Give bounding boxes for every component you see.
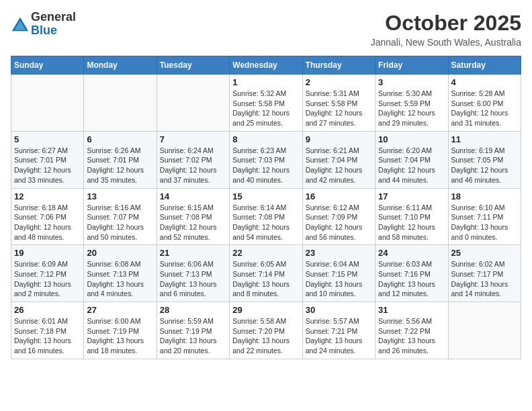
- day-number: 5: [14, 134, 81, 144]
- calendar-cell: 28Sunrise: 5:59 AM Sunset: 7:19 PM Dayli…: [157, 302, 229, 359]
- day-info: Sunrise: 5:30 AM Sunset: 5:59 PM Dayligh…: [378, 89, 445, 128]
- day-info: Sunrise: 6:02 AM Sunset: 7:17 PM Dayligh…: [451, 259, 518, 299]
- calendar-cell: 21Sunrise: 6:06 AM Sunset: 7:13 PM Dayli…: [157, 245, 229, 302]
- day-info: Sunrise: 6:06 AM Sunset: 7:13 PM Dayligh…: [160, 259, 226, 299]
- page-header: General Blue October 2025 Jannali, New S…: [11, 11, 521, 48]
- calendar-cell: 30Sunrise: 5:57 AM Sunset: 7:21 PM Dayli…: [302, 302, 375, 359]
- day-info: Sunrise: 6:00 AM Sunset: 7:19 PM Dayligh…: [87, 316, 153, 356]
- calendar-cell: 2Sunrise: 5:31 AM Sunset: 5:58 PM Daylig…: [302, 75, 375, 132]
- day-info: Sunrise: 6:16 AM Sunset: 7:07 PM Dayligh…: [87, 203, 153, 242]
- day-number: 1: [232, 77, 299, 87]
- calendar-cell: 29Sunrise: 5:58 AM Sunset: 7:20 PM Dayli…: [230, 302, 302, 359]
- day-number: 16: [306, 191, 372, 201]
- calendar-cell: 27Sunrise: 6:00 AM Sunset: 7:19 PM Dayli…: [84, 302, 157, 359]
- calendar-week-5: 26Sunrise: 6:01 AM Sunset: 7:18 PM Dayli…: [11, 302, 521, 359]
- day-header-friday: Friday: [375, 56, 448, 75]
- day-info: Sunrise: 6:27 AM Sunset: 7:01 PM Dayligh…: [14, 146, 81, 185]
- day-number: 28: [160, 305, 226, 315]
- day-number: 2: [306, 77, 372, 87]
- day-number: 7: [160, 134, 226, 144]
- day-info: Sunrise: 6:23 AM Sunset: 7:03 PM Dayligh…: [232, 146, 299, 185]
- calendar-week-1: 1Sunrise: 5:32 AM Sunset: 5:58 PM Daylig…: [11, 75, 521, 132]
- day-info: Sunrise: 6:14 AM Sunset: 7:08 PM Dayligh…: [232, 203, 299, 242]
- day-header-saturday: Saturday: [448, 56, 521, 75]
- calendar-week-4: 19Sunrise: 6:09 AM Sunset: 7:12 PM Dayli…: [11, 245, 521, 302]
- day-info: Sunrise: 6:15 AM Sunset: 7:08 PM Dayligh…: [160, 203, 226, 242]
- day-info: Sunrise: 6:10 AM Sunset: 7:11 PM Dayligh…: [451, 203, 518, 242]
- location: Jannali, New South Wales, Australia: [371, 37, 521, 48]
- calendar-cell: 14Sunrise: 6:15 AM Sunset: 7:08 PM Dayli…: [157, 188, 229, 245]
- calendar-cell: 26Sunrise: 6:01 AM Sunset: 7:18 PM Dayli…: [11, 302, 84, 359]
- calendar-cell: 31Sunrise: 5:56 AM Sunset: 7:22 PM Dayli…: [375, 302, 448, 359]
- title-block: October 2025 Jannali, New South Wales, A…: [371, 11, 521, 48]
- day-header-thursday: Thursday: [302, 56, 375, 75]
- day-number: 19: [14, 248, 81, 258]
- calendar-cell: 10Sunrise: 6:20 AM Sunset: 7:04 PM Dayli…: [375, 131, 448, 188]
- day-header-sunday: Sunday: [11, 56, 84, 75]
- day-info: Sunrise: 6:11 AM Sunset: 7:10 PM Dayligh…: [378, 203, 445, 242]
- day-number: 20: [87, 248, 153, 258]
- day-info: Sunrise: 5:56 AM Sunset: 7:22 PM Dayligh…: [378, 316, 445, 356]
- day-info: Sunrise: 6:03 AM Sunset: 7:16 PM Dayligh…: [378, 259, 445, 299]
- calendar-cell: 12Sunrise: 6:18 AM Sunset: 7:06 PM Dayli…: [11, 188, 84, 245]
- calendar-cell: 16Sunrise: 6:12 AM Sunset: 7:09 PM Dayli…: [302, 188, 375, 245]
- day-number: 3: [378, 77, 445, 87]
- calendar-cell: 17Sunrise: 6:11 AM Sunset: 7:10 PM Dayli…: [375, 188, 448, 245]
- calendar-cell: 25Sunrise: 6:02 AM Sunset: 7:17 PM Dayli…: [448, 245, 521, 302]
- day-number: 11: [451, 134, 518, 144]
- calendar-cell: 13Sunrise: 6:16 AM Sunset: 7:07 PM Dayli…: [84, 188, 157, 245]
- day-number: 24: [378, 248, 445, 258]
- calendar-table: SundayMondayTuesdayWednesdayThursdayFrid…: [11, 56, 521, 359]
- calendar-cell: 20Sunrise: 6:08 AM Sunset: 7:13 PM Dayli…: [84, 245, 157, 302]
- day-number: 12: [14, 191, 81, 201]
- day-info: Sunrise: 5:57 AM Sunset: 7:21 PM Dayligh…: [306, 316, 372, 356]
- day-number: 18: [451, 191, 518, 201]
- day-number: 29: [232, 305, 299, 315]
- calendar-cell: 7Sunrise: 6:24 AM Sunset: 7:02 PM Daylig…: [157, 131, 229, 188]
- day-number: 14: [160, 191, 226, 201]
- day-info: Sunrise: 6:19 AM Sunset: 7:05 PM Dayligh…: [451, 146, 518, 185]
- logo-text: General Blue: [31, 11, 76, 38]
- day-info: Sunrise: 6:05 AM Sunset: 7:14 PM Dayligh…: [232, 259, 299, 299]
- day-number: 25: [451, 248, 518, 258]
- day-info: Sunrise: 6:21 AM Sunset: 7:04 PM Dayligh…: [306, 146, 372, 185]
- day-number: 8: [232, 134, 299, 144]
- calendar-cell: [448, 302, 521, 359]
- day-info: Sunrise: 6:18 AM Sunset: 7:06 PM Dayligh…: [14, 203, 81, 242]
- calendar-cell: [157, 75, 229, 132]
- logo: General Blue: [11, 11, 76, 38]
- day-number: 10: [378, 134, 445, 144]
- calendar-cell: 18Sunrise: 6:10 AM Sunset: 7:11 PM Dayli…: [448, 188, 521, 245]
- calendar-cell: [11, 75, 84, 132]
- day-number: 27: [87, 305, 153, 315]
- day-number: 22: [232, 248, 299, 258]
- calendar-cell: 15Sunrise: 6:14 AM Sunset: 7:08 PM Dayli…: [230, 188, 302, 245]
- calendar-cell: 4Sunrise: 5:28 AM Sunset: 6:00 PM Daylig…: [448, 75, 521, 132]
- day-number: 17: [378, 191, 445, 201]
- day-number: 6: [87, 134, 153, 144]
- day-info: Sunrise: 6:01 AM Sunset: 7:18 PM Dayligh…: [14, 316, 81, 356]
- day-info: Sunrise: 6:09 AM Sunset: 7:12 PM Dayligh…: [14, 259, 81, 299]
- day-info: Sunrise: 5:58 AM Sunset: 7:20 PM Dayligh…: [232, 316, 299, 356]
- day-number: 30: [306, 305, 372, 315]
- calendar-week-2: 5Sunrise: 6:27 AM Sunset: 7:01 PM Daylig…: [11, 131, 521, 188]
- day-info: Sunrise: 6:26 AM Sunset: 7:01 PM Dayligh…: [87, 146, 153, 185]
- calendar-cell: 9Sunrise: 6:21 AM Sunset: 7:04 PM Daylig…: [302, 131, 375, 188]
- day-info: Sunrise: 6:20 AM Sunset: 7:04 PM Dayligh…: [378, 146, 445, 185]
- day-number: 23: [306, 248, 372, 258]
- day-number: 13: [87, 191, 153, 201]
- day-header-tuesday: Tuesday: [157, 56, 229, 75]
- day-header-wednesday: Wednesday: [230, 56, 302, 75]
- day-number: 31: [378, 305, 445, 315]
- calendar-cell: 23Sunrise: 6:04 AM Sunset: 7:15 PM Dayli…: [302, 245, 375, 302]
- logo-icon: [11, 15, 30, 34]
- day-info: Sunrise: 6:24 AM Sunset: 7:02 PM Dayligh…: [160, 146, 226, 185]
- calendar-cell: 19Sunrise: 6:09 AM Sunset: 7:12 PM Dayli…: [11, 245, 84, 302]
- calendar-cell: 3Sunrise: 5:30 AM Sunset: 5:59 PM Daylig…: [375, 75, 448, 132]
- calendar-cell: 1Sunrise: 5:32 AM Sunset: 5:58 PM Daylig…: [230, 75, 302, 132]
- day-info: Sunrise: 6:04 AM Sunset: 7:15 PM Dayligh…: [306, 259, 372, 299]
- day-info: Sunrise: 5:28 AM Sunset: 6:00 PM Dayligh…: [451, 89, 518, 128]
- day-number: 4: [451, 77, 518, 87]
- calendar-cell: 22Sunrise: 6:05 AM Sunset: 7:14 PM Dayli…: [230, 245, 302, 302]
- calendar-cell: 6Sunrise: 6:26 AM Sunset: 7:01 PM Daylig…: [84, 131, 157, 188]
